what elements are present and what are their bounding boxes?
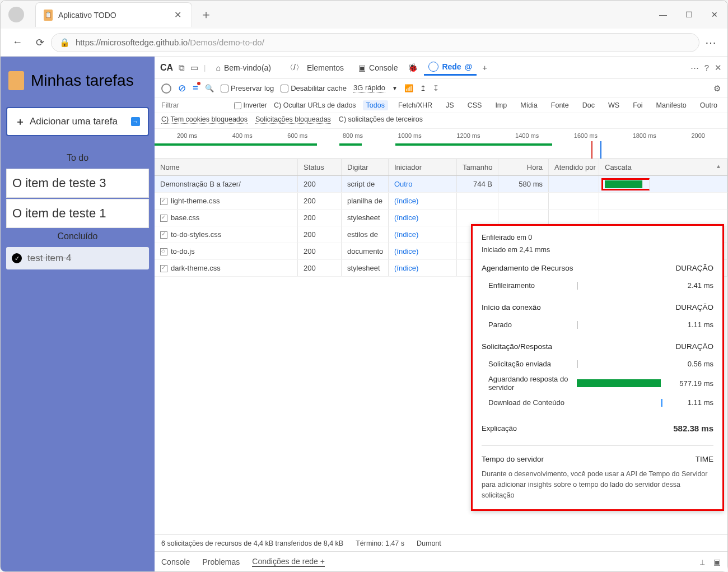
devtools-drawer: Console Problemas Condições de rede + ⟂ …	[155, 551, 727, 571]
app-panel: Minhas tarefas ＋ Adicionar uma tarefa → …	[1, 57, 155, 571]
tab-elements[interactable]: 〈/〉Elementos	[281, 61, 348, 75]
console-icon: ▣	[358, 63, 366, 72]
expand-icon[interactable]: ▣	[713, 557, 721, 566]
window-maximize-button[interactable]: ☐	[676, 1, 702, 29]
filter-bar-2: C) Tem cookies bloqueados Solicitações b…	[155, 113, 727, 129]
table-row[interactable]: Demonstração B a fazer/200script deOutro…	[155, 176, 727, 193]
timing-popup: Enfileirado em 0 Iniciado em 2,41 mms Ag…	[471, 224, 724, 511]
done-item-label: test item 4	[27, 253, 71, 264]
todo-list: O item de teste 3 O item de teste 1	[6, 169, 149, 228]
favicon-icon: 📋	[44, 10, 53, 21]
tab-welcome[interactable]: ⌂Bem-vindo(a)	[212, 61, 276, 75]
titlebar: 📋 Aplicativo TODO ✕ ＋ — ☐ ✕	[1, 1, 727, 29]
app-title: Minhas tarefas	[8, 71, 147, 90]
more-tabs-button[interactable]: +	[482, 63, 487, 72]
settings-icon[interactable]: ⚙	[713, 83, 721, 94]
filter-type[interactable]: Imp	[492, 100, 510, 110]
help-icon[interactable]: ?	[704, 63, 709, 72]
filter-bar: Inverter C) Ocultar URLs de dados Todos …	[155, 98, 727, 113]
server-timing-col: TIME	[696, 455, 713, 463]
network-icon	[428, 62, 438, 72]
todo-section-label: To do	[6, 153, 149, 163]
total-label: Explicação	[482, 424, 577, 433]
bug-icon[interactable]: 🐞	[408, 63, 418, 73]
home-icon: ⌂	[216, 63, 221, 72]
drawer-network-conditions-tab[interactable]: Condições de rede +	[252, 557, 325, 567]
table-header[interactable]: Nome Status Digitar Iniciador Tamanho Ho…	[155, 159, 727, 176]
tab-title: Aplicativo TODO	[58, 11, 116, 20]
code-icon: 〈/〉	[286, 63, 304, 73]
devtools-more-icon[interactable]: ⋯	[690, 63, 699, 73]
devtools-close-icon[interactable]: ✕	[715, 63, 722, 73]
back-button[interactable]: ←	[6, 36, 29, 48]
throttle-select[interactable]: 3G rápido	[353, 83, 385, 93]
url-input[interactable]: 🔒 https://microsoftedge.github.io/Demos/…	[51, 33, 699, 52]
filter-input[interactable]	[161, 101, 188, 109]
refresh-button[interactable]: ⟳	[29, 36, 51, 49]
blocked-cookies-filter[interactable]: C) Tem cookies bloqueados	[161, 115, 248, 124]
network-status-bar: 6 solicitações de recursos de 4,4 kB tra…	[155, 534, 727, 551]
add-task-button[interactable]: ＋ Adicionar uma tarefa →	[6, 107, 149, 136]
online-icon[interactable]: 📶	[404, 84, 413, 92]
lock-icon: 🔒	[59, 38, 70, 48]
address-bar: ← ⟳ 🔒 https://microsoftedge.github.io/De…	[1, 29, 727, 57]
hide-data-urls[interactable]: C) Ocultar URLs de dados	[274, 101, 356, 109]
filter-toggle[interactable]: ≡	[193, 83, 198, 94]
plus-icon: ＋	[15, 115, 25, 128]
timeline[interactable]: 200 ms400 ms600 ms800 ms1000 ms1200 ms14…	[155, 129, 727, 159]
browser-tab[interactable]: 📋 Aplicativo TODO ✕	[35, 2, 192, 27]
filter-type[interactable]: Foi	[629, 100, 646, 110]
preserve-log-checkbox[interactable]: Preservar log	[221, 84, 274, 92]
invert-checkbox[interactable]: Inverter	[234, 101, 267, 109]
language-button[interactable]: CA	[160, 63, 173, 73]
devtools-top-bar: CA ⧉ ▭ | ⌂Bem-vindo(a) 〈/〉Elementos ▣Con…	[155, 57, 727, 79]
device-toggle-icon[interactable]: ▭	[190, 63, 198, 73]
window-close-button[interactable]: ✕	[702, 1, 727, 29]
tab-network[interactable]: Rede @	[424, 59, 477, 76]
window-minimize-button[interactable]: —	[650, 1, 676, 29]
done-section-label: Concluído	[6, 231, 149, 241]
filter-type[interactable]: Fonte	[548, 100, 572, 110]
drawer-issues-tab[interactable]: Problemas	[202, 557, 240, 566]
third-party-filter[interactable]: C) solicitações de terceiros	[339, 115, 423, 124]
devtools-panel: CA ⧉ ▭ | ⌂Bem-vindo(a) 〈/〉Elementos ▣Con…	[155, 57, 727, 571]
disable-cache-checkbox[interactable]: Desabilitar cache	[281, 84, 347, 92]
filter-type[interactable]: Outro	[697, 100, 721, 110]
network-table: Nome Status Digitar Iniciador Tamanho Ho…	[155, 159, 727, 534]
upload-icon[interactable]: ↥	[420, 84, 426, 92]
url-path: /Demos/demo-to-do/	[188, 38, 264, 47]
filter-type[interactable]: Mídia	[517, 100, 541, 110]
clipboard-icon	[8, 71, 24, 90]
search-icon[interactable]: 🔍	[205, 84, 214, 92]
browser-menu-button[interactable]: ⋯	[699, 36, 722, 49]
profile-avatar[interactable]	[8, 7, 24, 22]
table-row[interactable]: light-theme.css200planilha de(índice)	[155, 193, 727, 210]
filter-type[interactable]: Todos	[363, 100, 388, 110]
download-icon[interactable]: ↧	[433, 84, 439, 92]
todo-item[interactable]: O item de teste 1	[6, 199, 149, 228]
filter-type[interactable]: Doc	[579, 100, 598, 110]
queued-label: Enfileirado em 0	[482, 234, 713, 241]
new-tab-button[interactable]: ＋	[192, 6, 220, 23]
server-timing-note: Durante o desenvolvimento, você pode usa…	[482, 469, 713, 500]
blocked-requests-filter[interactable]: Solicitações bloqueadas	[255, 115, 331, 124]
done-item[interactable]: ✓ test item 4	[6, 247, 149, 269]
filter-type[interactable]: CSS	[464, 100, 486, 110]
tab-console[interactable]: ▣Console	[354, 61, 402, 75]
filter-type[interactable]: Manifesto	[653, 100, 690, 110]
dock-icon[interactable]: ⟂	[700, 557, 704, 566]
tab-close-icon[interactable]: ✕	[172, 7, 184, 22]
todo-item[interactable]: O item de teste 3	[6, 169, 149, 198]
inspect-icon[interactable]: ⧉	[179, 63, 185, 73]
filter-type[interactable]: WS	[605, 100, 623, 110]
record-button[interactable]	[161, 83, 171, 94]
drawer-console-tab[interactable]: Console	[161, 557, 190, 566]
submit-icon: →	[131, 117, 140, 126]
total-value: 582.38 ms	[665, 424, 713, 433]
filter-type[interactable]: Fetch/XHR	[395, 100, 436, 110]
network-toolbar: ⊘ ≡ 🔍 Preservar log Desabilitar cache 3G…	[155, 79, 727, 98]
chevron-down-icon[interactable]: ▼	[392, 85, 398, 91]
clear-button[interactable]: ⊘	[178, 82, 186, 94]
add-task-label: Adicionar uma tarefa	[30, 116, 118, 127]
filter-type[interactable]: JS	[442, 100, 458, 110]
